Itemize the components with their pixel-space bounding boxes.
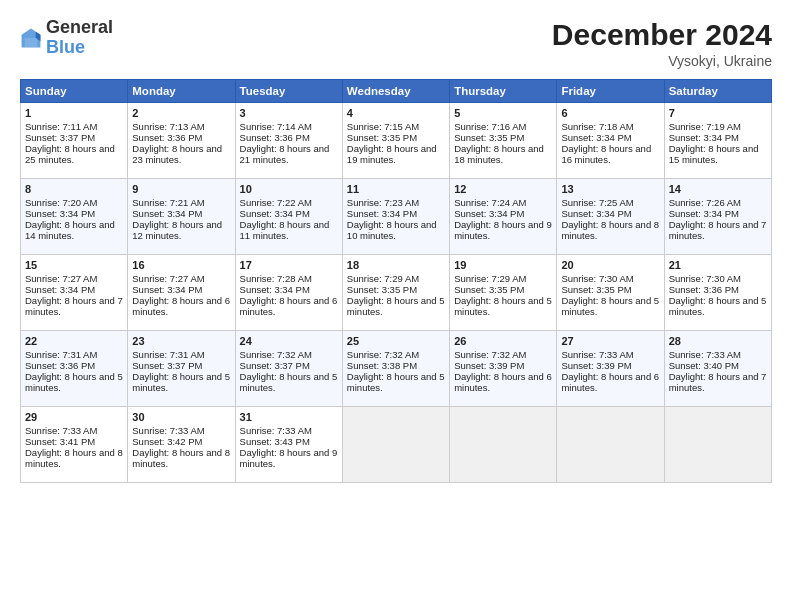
daylight-text: Daylight: 8 hours and 5 minutes.: [347, 295, 445, 317]
sunrise-text: Sunrise: 7:20 AM: [25, 197, 123, 208]
day-number: 5: [454, 107, 552, 119]
daylight-text: Daylight: 8 hours and 7 minutes.: [25, 295, 123, 317]
sunset-text: Sunset: 3:36 PM: [25, 360, 123, 371]
header-sunday: Sunday: [21, 80, 128, 103]
sunset-text: Sunset: 3:36 PM: [240, 132, 338, 143]
calendar-week-row: 29Sunrise: 7:33 AMSunset: 3:41 PMDayligh…: [21, 407, 772, 483]
calendar-cell: 30Sunrise: 7:33 AMSunset: 3:42 PMDayligh…: [128, 407, 235, 483]
sunrise-text: Sunrise: 7:32 AM: [347, 349, 445, 360]
day-number: 4: [347, 107, 445, 119]
sunset-text: Sunset: 3:34 PM: [669, 132, 767, 143]
logo-icon: [20, 27, 42, 49]
daylight-text: Daylight: 8 hours and 5 minutes.: [240, 371, 338, 393]
sunset-text: Sunset: 3:35 PM: [347, 132, 445, 143]
sunrise-text: Sunrise: 7:15 AM: [347, 121, 445, 132]
daylight-text: Daylight: 8 hours and 5 minutes.: [132, 371, 230, 393]
day-number: 6: [561, 107, 659, 119]
sunrise-text: Sunrise: 7:28 AM: [240, 273, 338, 284]
calendar-cell: 1Sunrise: 7:11 AMSunset: 3:37 PMDaylight…: [21, 103, 128, 179]
day-number: 17: [240, 259, 338, 271]
sunset-text: Sunset: 3:34 PM: [132, 284, 230, 295]
logo: General Blue: [20, 18, 113, 58]
sunset-text: Sunset: 3:35 PM: [454, 284, 552, 295]
sunset-text: Sunset: 3:34 PM: [132, 208, 230, 219]
day-number: 9: [132, 183, 230, 195]
daylight-text: Daylight: 8 hours and 23 minutes.: [132, 143, 230, 165]
calendar-cell: 25Sunrise: 7:32 AMSunset: 3:38 PMDayligh…: [342, 331, 449, 407]
daylight-text: Daylight: 8 hours and 6 minutes.: [561, 371, 659, 393]
sunrise-text: Sunrise: 7:31 AM: [25, 349, 123, 360]
sunrise-text: Sunrise: 7:24 AM: [454, 197, 552, 208]
calendar-cell: 23Sunrise: 7:31 AMSunset: 3:37 PMDayligh…: [128, 331, 235, 407]
sunrise-text: Sunrise: 7:27 AM: [25, 273, 123, 284]
sunrise-text: Sunrise: 7:29 AM: [347, 273, 445, 284]
sunset-text: Sunset: 3:34 PM: [25, 284, 123, 295]
sunset-text: Sunset: 3:41 PM: [25, 436, 123, 447]
calendar-cell: 20Sunrise: 7:30 AMSunset: 3:35 PMDayligh…: [557, 255, 664, 331]
daylight-text: Daylight: 8 hours and 10 minutes.: [347, 219, 445, 241]
header-wednesday: Wednesday: [342, 80, 449, 103]
calendar-cell: 10Sunrise: 7:22 AMSunset: 3:34 PMDayligh…: [235, 179, 342, 255]
title-block: December 2024 Vysokyi, Ukraine: [552, 18, 772, 69]
calendar-cell: 8Sunrise: 7:20 AMSunset: 3:34 PMDaylight…: [21, 179, 128, 255]
calendar-cell: 5Sunrise: 7:16 AMSunset: 3:35 PMDaylight…: [450, 103, 557, 179]
sunrise-text: Sunrise: 7:14 AM: [240, 121, 338, 132]
sunset-text: Sunset: 3:34 PM: [561, 132, 659, 143]
day-number: 20: [561, 259, 659, 271]
daylight-text: Daylight: 8 hours and 5 minutes.: [561, 295, 659, 317]
calendar-cell: 18Sunrise: 7:29 AMSunset: 3:35 PMDayligh…: [342, 255, 449, 331]
day-number: 2: [132, 107, 230, 119]
day-number: 25: [347, 335, 445, 347]
sunset-text: Sunset: 3:34 PM: [561, 208, 659, 219]
calendar-cell: 29Sunrise: 7:33 AMSunset: 3:41 PMDayligh…: [21, 407, 128, 483]
sunset-text: Sunset: 3:34 PM: [25, 208, 123, 219]
day-number: 30: [132, 411, 230, 423]
subtitle: Vysokyi, Ukraine: [552, 53, 772, 69]
day-number: 23: [132, 335, 230, 347]
daylight-text: Daylight: 8 hours and 6 minutes.: [240, 295, 338, 317]
calendar-cell: 16Sunrise: 7:27 AMSunset: 3:34 PMDayligh…: [128, 255, 235, 331]
sunrise-text: Sunrise: 7:21 AM: [132, 197, 230, 208]
sunrise-text: Sunrise: 7:25 AM: [561, 197, 659, 208]
sunrise-text: Sunrise: 7:32 AM: [454, 349, 552, 360]
calendar-week-row: 1Sunrise: 7:11 AMSunset: 3:37 PMDaylight…: [21, 103, 772, 179]
sunrise-text: Sunrise: 7:13 AM: [132, 121, 230, 132]
calendar-cell: [664, 407, 771, 483]
day-number: 8: [25, 183, 123, 195]
sunrise-text: Sunrise: 7:30 AM: [561, 273, 659, 284]
daylight-text: Daylight: 8 hours and 9 minutes.: [454, 219, 552, 241]
calendar-week-row: 22Sunrise: 7:31 AMSunset: 3:36 PMDayligh…: [21, 331, 772, 407]
calendar-cell: 19Sunrise: 7:29 AMSunset: 3:35 PMDayligh…: [450, 255, 557, 331]
header-monday: Monday: [128, 80, 235, 103]
sunrise-text: Sunrise: 7:27 AM: [132, 273, 230, 284]
svg-rect-2: [25, 38, 38, 47]
day-number: 22: [25, 335, 123, 347]
calendar-cell: 14Sunrise: 7:26 AMSunset: 3:34 PMDayligh…: [664, 179, 771, 255]
calendar-cell: 9Sunrise: 7:21 AMSunset: 3:34 PMDaylight…: [128, 179, 235, 255]
day-number: 18: [347, 259, 445, 271]
sunset-text: Sunset: 3:34 PM: [240, 208, 338, 219]
header-tuesday: Tuesday: [235, 80, 342, 103]
header-saturday: Saturday: [664, 80, 771, 103]
sunrise-text: Sunrise: 7:22 AM: [240, 197, 338, 208]
daylight-text: Daylight: 8 hours and 11 minutes.: [240, 219, 338, 241]
day-number: 1: [25, 107, 123, 119]
sunrise-text: Sunrise: 7:23 AM: [347, 197, 445, 208]
calendar-cell: 2Sunrise: 7:13 AMSunset: 3:36 PMDaylight…: [128, 103, 235, 179]
sunset-text: Sunset: 3:34 PM: [454, 208, 552, 219]
main-title: December 2024: [552, 18, 772, 51]
sunrise-text: Sunrise: 7:31 AM: [132, 349, 230, 360]
calendar-cell: 17Sunrise: 7:28 AMSunset: 3:34 PMDayligh…: [235, 255, 342, 331]
day-number: 26: [454, 335, 552, 347]
sunset-text: Sunset: 3:34 PM: [240, 284, 338, 295]
sunset-text: Sunset: 3:42 PM: [132, 436, 230, 447]
day-number: 31: [240, 411, 338, 423]
calendar-cell: 7Sunrise: 7:19 AMSunset: 3:34 PMDaylight…: [664, 103, 771, 179]
header-friday: Friday: [557, 80, 664, 103]
sunrise-text: Sunrise: 7:19 AM: [669, 121, 767, 132]
calendar-cell: 3Sunrise: 7:14 AMSunset: 3:36 PMDaylight…: [235, 103, 342, 179]
sunrise-text: Sunrise: 7:33 AM: [132, 425, 230, 436]
calendar-cell: 21Sunrise: 7:30 AMSunset: 3:36 PMDayligh…: [664, 255, 771, 331]
sunset-text: Sunset: 3:37 PM: [132, 360, 230, 371]
daylight-text: Daylight: 8 hours and 21 minutes.: [240, 143, 338, 165]
